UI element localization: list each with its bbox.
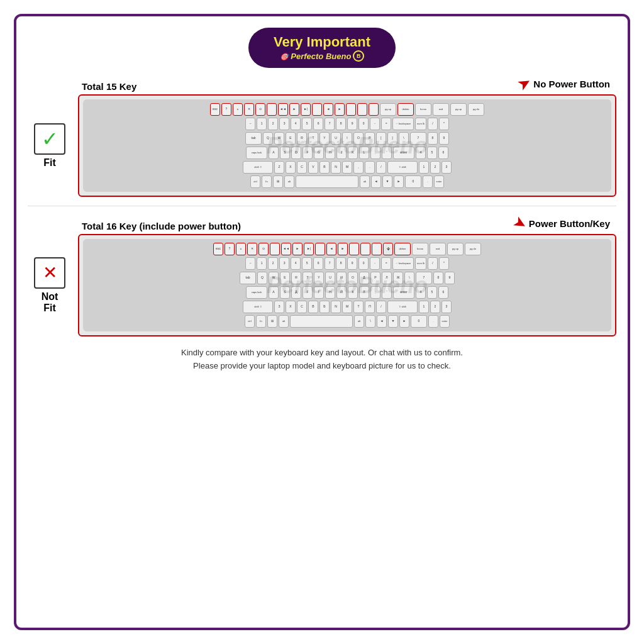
key-win: ⊞	[273, 175, 283, 188]
key-lalt: alt	[284, 175, 294, 188]
notfit-keyboard-container: PerfectoBueno esc ? » ✕ ⊙ ◄◄ ► ►|	[78, 234, 616, 336]
nf-key-p: Д	[359, 272, 369, 284]
nf-key-arrow-left: ◄	[377, 315, 387, 328]
key-num1: 1	[419, 161, 429, 174]
nf-key-v: В	[308, 301, 318, 313]
kb-notfit-row-5: shift ⇧ З Х С В Б N М Т П / ⇧ shift 1 2	[86, 301, 609, 313]
nf-key-num3: 3	[441, 301, 452, 313]
nf-key-semi: ;	[370, 286, 380, 299]
fit-row: ✓ Fit PerfectoBueno esc ? » ✕ ⊙ ◄◄	[28, 94, 616, 197]
nf-key-g: Г	[314, 286, 324, 299]
key-numlk: num lk	[415, 118, 426, 130]
nf-key-f2: »	[236, 243, 246, 255]
nf-key-num9: 9	[445, 272, 455, 284]
key-num6: 6	[438, 147, 448, 159]
key-w: W	[274, 132, 284, 145]
keyboard-fit: esc ? » ✕ ⊙ ◄◄ ► ►| ◄ ►	[83, 99, 611, 192]
key-o: O	[353, 132, 364, 145]
nf-key-t: T	[303, 272, 313, 284]
key-m: M	[342, 161, 352, 174]
key-numstar: *	[439, 118, 449, 130]
key-g: G	[314, 147, 324, 159]
key-num4: 4	[416, 147, 426, 159]
kb-fit-row-6: ctrl fn ⊞ alt alt ◄ ▼ ► 0 . enter	[86, 175, 609, 188]
key-arrow-right: ►	[394, 175, 404, 188]
nf-key-numlk: num lk	[415, 257, 426, 270]
nf-key-f7: ►	[292, 243, 303, 255]
nf-key-8: 8	[336, 257, 346, 270]
nf-key-esc: esc	[213, 243, 223, 255]
fit-checkmark-box: ✓	[34, 123, 65, 155]
key-4: 4	[291, 118, 301, 130]
key-h: H	[325, 147, 335, 159]
key-b: B	[319, 161, 330, 174]
nf-key-f12	[349, 243, 359, 255]
brand-name: 🎯 Perfecto Bueno	[280, 52, 352, 61]
nf-key-numdot: .	[428, 315, 438, 328]
key-f12	[346, 103, 356, 116]
key-backspace: ← backspace	[392, 118, 414, 130]
key-lbracket: [	[376, 132, 386, 145]
nf-key-4: 4	[291, 257, 301, 270]
key-num8: 8	[428, 132, 438, 145]
nf-key-q: Q	[257, 272, 267, 284]
nf-key-space	[290, 315, 353, 328]
nf-key-f: F	[303, 286, 313, 299]
key-num2: 2	[430, 161, 440, 174]
key-numslash: /	[428, 118, 438, 130]
key-x: X	[286, 161, 296, 174]
nf-key-pgup: pg up	[447, 243, 464, 255]
nf-key-enter: enter	[393, 286, 414, 299]
key-pgdn: pg dn	[468, 103, 484, 116]
nf-key-o: О	[348, 272, 358, 284]
fit-info-row: Total 15 Key ➤ No Power Button	[28, 75, 616, 92]
main-container: Very Important 🎯 Perfecto Bueno B Total …	[14, 14, 630, 630]
key-end: end	[433, 103, 449, 116]
key-pgup-top: pg up	[380, 103, 396, 116]
key-ctrl: ctrl	[250, 175, 260, 188]
nf-key-z: З	[274, 301, 284, 313]
nf-key-equals: =	[381, 257, 391, 270]
key-d: D	[291, 147, 301, 159]
kb-notfit-row-4: caps lock А S Д F Г H Й К Л ; ' enter 4	[86, 286, 609, 299]
keyboard-notfit: esc ? » ✕ ⊙ ◄◄ ► ►| ◄ ►	[83, 239, 611, 331]
key-r: R	[297, 132, 307, 145]
nf-key-bs-cyr: \	[365, 315, 375, 328]
fit-key-count-label: Total 15 Key	[82, 81, 136, 92]
nf-key-f1: ?	[225, 243, 235, 255]
nf-key-pgdn: pg dn	[465, 243, 481, 255]
nf-key-3: 3	[279, 257, 289, 270]
nf-key-minus: -	[370, 257, 380, 270]
nf-key-f14	[372, 243, 382, 255]
key-lshift: shift ⇧	[243, 161, 273, 174]
key-delete: delete	[397, 103, 414, 116]
key-f14	[369, 103, 379, 116]
key-rshift: ⇧ shift	[387, 161, 418, 174]
nf-key-numenter: enter	[440, 315, 450, 328]
nf-key-arrow-right: ►	[399, 315, 409, 328]
nf-key-num1: 1	[419, 301, 429, 313]
x-icon: ✕	[43, 262, 57, 283]
key-s: S	[280, 147, 290, 159]
key-1: 1	[257, 118, 267, 130]
key-0: 0	[358, 118, 369, 130]
key-f4: ⊙	[255, 103, 265, 116]
nf-key-arrow-down: ▼	[388, 315, 398, 328]
nf-key-7: 7	[325, 257, 335, 270]
key-n: N	[331, 161, 341, 174]
nf-key-end: end	[430, 243, 446, 255]
nf-key-n: N	[331, 301, 341, 313]
key-backslash: \	[399, 132, 409, 145]
key-pgup2: pg up	[450, 103, 467, 116]
nf-key-f6: ◄◄	[281, 243, 291, 255]
key-6: 6	[313, 118, 323, 130]
nf-key-num8: 8	[433, 272, 443, 284]
key-esc: esc	[210, 103, 220, 116]
key-arrow-down: ▼	[382, 175, 392, 188]
kb-notfit-row-2: ~ 1 2 3 4 5 6 7 8 9 0 - = ← backspace	[86, 257, 609, 270]
key-v: V	[308, 161, 318, 174]
nf-key-r: R	[291, 272, 301, 284]
nf-key-6: 6	[313, 257, 323, 270]
nf-key-lshift: shift ⇧	[243, 301, 273, 313]
fit-no-power-label: ➤ No Power Button	[518, 75, 610, 92]
